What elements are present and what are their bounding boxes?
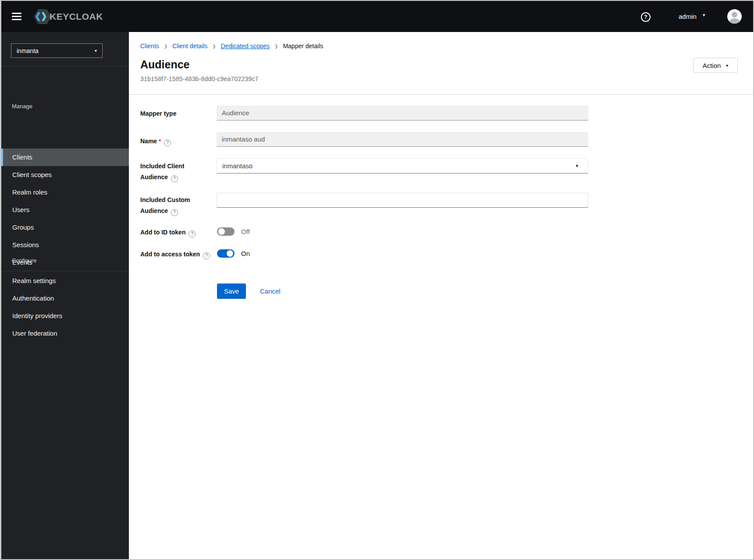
- page-subtitle: 31b158f7-1585-483b-8dd0-c9ea702239c7: [140, 75, 259, 82]
- breadcrumb: Clients ❯ Client details ❯ Dedicated sco…: [140, 43, 323, 50]
- nav-section-configure-title: Configure: [12, 257, 36, 264]
- page-title: Audience: [140, 58, 190, 71]
- add-to-access-token-label: Add to access token?: [140, 249, 211, 260]
- help-icon[interactable]: ?: [171, 175, 178, 182]
- nav-group-configure: Realm settings Authentication Identity p…: [1, 272, 129, 342]
- realm-switcher[interactable]: inmanta ▾: [11, 43, 103, 58]
- hamburger-menu-icon[interactable]: [12, 13, 21, 20]
- breadcrumb-item-clients[interactable]: Clients: [140, 43, 159, 50]
- nav-section-manage-title: Manage: [12, 103, 32, 110]
- included-custom-audience-label: Included Custom Audience?: [140, 195, 211, 216]
- help-icon[interactable]: ?: [171, 209, 178, 216]
- breadcrumb-item-dedicated-scopes[interactable]: Dedicated scopes: [221, 43, 270, 50]
- keycloak-logo: KEYCLOAK: [33, 8, 103, 25]
- sidebar-item-client-scopes[interactable]: Client scopes: [1, 166, 129, 184]
- mapper-type-label: Mapper type: [140, 110, 211, 117]
- action-dropdown-button[interactable]: Action ▾: [693, 58, 738, 73]
- toggle-knob: [218, 228, 225, 235]
- sidebar: inmanta ▾ Manage Clients Client scopes R…: [1, 32, 129, 560]
- included-client-audience-label: Included Client Audience?: [140, 161, 211, 183]
- add-to-access-token-toggle[interactable]: [217, 249, 235, 258]
- help-icon[interactable]: ?: [641, 12, 651, 22]
- avatar-head: [732, 12, 737, 18]
- action-dropdown-label: Action: [703, 62, 721, 69]
- help-icon[interactable]: ?: [203, 252, 210, 259]
- sidebar-item-identity-providers[interactable]: Identity providers: [1, 307, 129, 325]
- sidebar-divider: [1, 66, 129, 67]
- nav-group-manage: Clients Client scopes Realm roles Users …: [1, 149, 129, 271]
- save-button[interactable]: Save: [217, 284, 246, 299]
- sidebar-divider: [1, 271, 129, 271]
- add-to-id-token-toggle[interactable]: [217, 227, 235, 236]
- breadcrumb-separator-icon: ❯: [164, 44, 167, 49]
- keycloak-admin-console: KEYCLOAK ? admin ▾ inmanta ▾ Manage Clie…: [0, 0, 754, 560]
- avatar[interactable]: [727, 9, 742, 24]
- breadcrumb-item-mapper-details: Mapper details: [283, 43, 323, 50]
- cancel-button[interactable]: Cancel: [260, 284, 281, 299]
- chevron-down-icon: ▾: [95, 48, 97, 53]
- sidebar-item-user-federation[interactable]: User federation: [1, 325, 129, 342]
- required-asterisk: *: [159, 138, 161, 145]
- add-to-access-token-state: On: [241, 249, 250, 258]
- included-client-audience-select[interactable]: inmantaso ▾: [217, 158, 588, 174]
- breadcrumb-separator-icon: ❯: [274, 44, 278, 49]
- sidebar-item-groups[interactable]: Groups: [1, 219, 129, 236]
- chevron-down-icon: ▾: [576, 159, 578, 173]
- mapper-type-input: Audience: [217, 106, 588, 121]
- breadcrumb-item-client-details[interactable]: Client details: [172, 43, 207, 50]
- masthead: KEYCLOAK ? admin ▾: [1, 1, 753, 32]
- help-icon[interactable]: ?: [188, 230, 196, 237]
- sidebar-item-sessions[interactable]: Sessions: [1, 236, 129, 254]
- user-menu[interactable]: admin: [679, 13, 697, 20]
- content-divider: [129, 94, 754, 95]
- sidebar-item-users[interactable]: Users: [1, 201, 129, 219]
- realm-name: inmanta: [17, 47, 39, 54]
- toggle-knob: [227, 250, 233, 257]
- selected-value: inmantaso: [222, 162, 253, 170]
- chevron-down-icon: ▾: [726, 63, 728, 68]
- sidebar-item-authentication[interactable]: Authentication: [1, 290, 129, 307]
- chevron-down-icon[interactable]: ▾: [703, 12, 705, 18]
- included-custom-audience-input[interactable]: [217, 193, 588, 208]
- breadcrumb-separator-icon: ❯: [212, 44, 216, 49]
- brand-text: KEYCLOAK: [50, 11, 103, 22]
- name-input: inmantaso aud: [217, 132, 588, 147]
- sidebar-item-realm-settings[interactable]: Realm settings: [1, 272, 129, 290]
- sidebar-item-clients[interactable]: Clients: [1, 149, 129, 166]
- add-to-id-token-label: Add to ID token?: [140, 227, 211, 238]
- name-label: Name*?: [140, 136, 211, 147]
- help-icon[interactable]: ?: [164, 139, 171, 146]
- avatar-body: [729, 18, 740, 24]
- sidebar-item-realm-roles[interactable]: Realm roles: [1, 184, 129, 201]
- add-to-id-token-state: Off: [241, 227, 250, 236]
